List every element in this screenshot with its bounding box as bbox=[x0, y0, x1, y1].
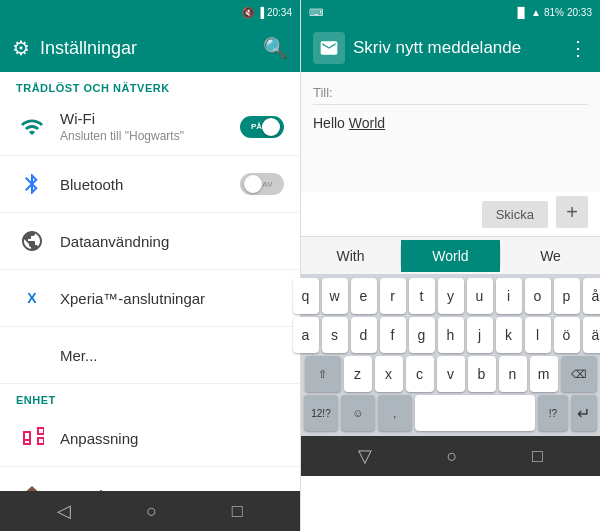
keyboard-suggestions: With World We bbox=[301, 236, 600, 274]
key-oo[interactable]: ö bbox=[554, 317, 580, 353]
suggestion-we[interactable]: We bbox=[501, 240, 600, 272]
key-s[interactable]: s bbox=[322, 317, 348, 353]
wifi-sublabel: Ansluten till "Hogwarts" bbox=[60, 129, 240, 143]
right-panel: ⌨ ▐▌ ▲ 81% 20:33 Skriv nytt meddelande ⋮… bbox=[300, 0, 600, 531]
message-world: World bbox=[349, 115, 385, 131]
settings-item-xperia[interactable]: X Xperia™-anslutningar bbox=[0, 270, 300, 327]
key-f[interactable]: f bbox=[380, 317, 406, 353]
more-placeholder bbox=[16, 339, 48, 371]
key-ae[interactable]: ä bbox=[583, 317, 601, 353]
keyboard: q w e r t y u i o p å a s d f g h j k l … bbox=[301, 274, 600, 436]
to-input[interactable] bbox=[341, 84, 588, 100]
settings-item-more[interactable]: Mer... bbox=[0, 327, 300, 384]
enter-key[interactable]: ↵ bbox=[571, 395, 597, 431]
anpassning-text: Anpassning bbox=[60, 430, 284, 447]
key-g[interactable]: g bbox=[409, 317, 435, 353]
right-home-button[interactable]: ○ bbox=[447, 446, 458, 467]
right-recent-button[interactable]: □ bbox=[532, 446, 543, 467]
wifi-icon bbox=[16, 111, 48, 143]
key-b[interactable]: b bbox=[468, 356, 496, 392]
settings-list: TRÅDLÖST OCH NÄTVERK Wi-Fi Ansluten till… bbox=[0, 72, 300, 491]
key-u[interactable]: u bbox=[467, 278, 493, 314]
key-e[interactable]: e bbox=[351, 278, 377, 314]
more-options-icon[interactable]: ⋮ bbox=[568, 36, 588, 60]
battery-status: 81% bbox=[544, 7, 564, 18]
send-button[interactable]: Skicka bbox=[482, 201, 548, 228]
add-button[interactable]: + bbox=[556, 196, 588, 228]
message-hello: Hello bbox=[313, 115, 349, 131]
settings-title: Inställningar bbox=[40, 38, 253, 59]
left-panel: 🔇 ▐ 20:34 ⚙ Inställningar 🔍 TRÅDLÖST OCH… bbox=[0, 0, 300, 531]
wifi-toggle-knob bbox=[262, 118, 280, 136]
key-x[interactable]: x bbox=[375, 356, 403, 392]
left-nav-bar: ◁ ○ □ bbox=[0, 491, 300, 531]
comma-key[interactable]: , bbox=[378, 395, 412, 431]
wifi-status-icon: ▲ bbox=[531, 7, 541, 18]
right-status-left: ⌨ bbox=[309, 7, 323, 18]
key-q[interactable]: q bbox=[293, 278, 319, 314]
settings-item-data[interactable]: Dataanvändning bbox=[0, 213, 300, 270]
key-k[interactable]: k bbox=[496, 317, 522, 353]
key-c[interactable]: c bbox=[406, 356, 434, 392]
section-device-header: ENHET bbox=[0, 384, 300, 410]
key-o[interactable]: o bbox=[525, 278, 551, 314]
settings-item-bluetooth[interactable]: Bluetooth AV bbox=[0, 156, 300, 213]
signal-icon: ▐▌ bbox=[514, 7, 528, 18]
emoji-key[interactable]: ☺ bbox=[341, 395, 375, 431]
key-z[interactable]: z bbox=[344, 356, 372, 392]
key-t[interactable]: t bbox=[409, 278, 435, 314]
key-r[interactable]: r bbox=[380, 278, 406, 314]
right-toolbar: Skriv nytt meddelande ⋮ bbox=[301, 24, 600, 72]
settings-item-wifi[interactable]: Wi-Fi Ansluten till "Hogwarts" PÅ bbox=[0, 98, 300, 156]
backspace-key[interactable]: ⌫ bbox=[561, 356, 597, 392]
left-statusbar: 🔇 ▐ 20:34 bbox=[0, 0, 300, 24]
right-nav-bar: ▽ ○ □ bbox=[301, 436, 600, 476]
home-button[interactable]: ○ bbox=[146, 501, 157, 522]
anpassning-icon bbox=[16, 422, 48, 454]
suggestion-world[interactable]: World bbox=[401, 240, 500, 272]
to-field: Till: bbox=[313, 80, 588, 105]
wifi-toggle[interactable]: PÅ bbox=[240, 116, 284, 138]
search-icon[interactable]: 🔍 bbox=[263, 36, 288, 60]
recent-button[interactable]: □ bbox=[232, 501, 243, 522]
space-key[interactable] bbox=[415, 395, 535, 431]
key-v[interactable]: v bbox=[437, 356, 465, 392]
right-back-button[interactable]: ▽ bbox=[358, 445, 372, 467]
key-n[interactable]: n bbox=[499, 356, 527, 392]
wifi-toggle-label: PÅ bbox=[251, 122, 262, 131]
punct-key[interactable]: !? bbox=[538, 395, 568, 431]
key-aa[interactable]: å bbox=[583, 278, 601, 314]
bluetooth-label: Bluetooth bbox=[60, 176, 240, 193]
anpassning-label: Anpassning bbox=[60, 430, 284, 447]
key-l[interactable]: l bbox=[525, 317, 551, 353]
message-area: Till: Hello World bbox=[301, 72, 600, 192]
key-w[interactable]: w bbox=[322, 278, 348, 314]
left-toolbar: ⚙ Inställningar 🔍 bbox=[0, 24, 300, 72]
key-y[interactable]: y bbox=[438, 278, 464, 314]
wifi-text: Wi-Fi Ansluten till "Hogwarts" bbox=[60, 110, 240, 143]
key-a[interactable]: a bbox=[293, 317, 319, 353]
to-label: Till: bbox=[313, 85, 333, 100]
key-h[interactable]: h bbox=[438, 317, 464, 353]
keyboard-row-4: 12!? ☺ , !? ↵ bbox=[304, 395, 597, 431]
suggestion-with[interactable]: With bbox=[301, 240, 400, 272]
data-label: Dataanvändning bbox=[60, 233, 284, 250]
settings-item-startskarm[interactable]: Startskärm bbox=[0, 467, 300, 491]
key-i[interactable]: i bbox=[496, 278, 522, 314]
volume-icon: 🔇 bbox=[242, 7, 254, 18]
data-text: Dataanvändning bbox=[60, 233, 284, 250]
key-p[interactable]: p bbox=[554, 278, 580, 314]
more-label: Mer... bbox=[60, 347, 284, 364]
shift-key[interactable]: ⇧ bbox=[305, 356, 341, 392]
back-button[interactable]: ◁ bbox=[57, 500, 71, 522]
numbers-key[interactable]: 12!? bbox=[304, 395, 338, 431]
message-body[interactable]: Hello World bbox=[313, 109, 588, 184]
key-m[interactable]: m bbox=[530, 356, 558, 392]
battery-icon: ▐ bbox=[257, 7, 264, 18]
key-d[interactable]: d bbox=[351, 317, 377, 353]
key-j[interactable]: j bbox=[467, 317, 493, 353]
settings-item-anpassning[interactable]: Anpassning bbox=[0, 410, 300, 467]
xperia-text: Xperia™-anslutningar bbox=[60, 290, 284, 307]
bluetooth-toggle[interactable]: AV bbox=[240, 173, 284, 195]
compose-title: Skriv nytt meddelande bbox=[353, 38, 560, 58]
